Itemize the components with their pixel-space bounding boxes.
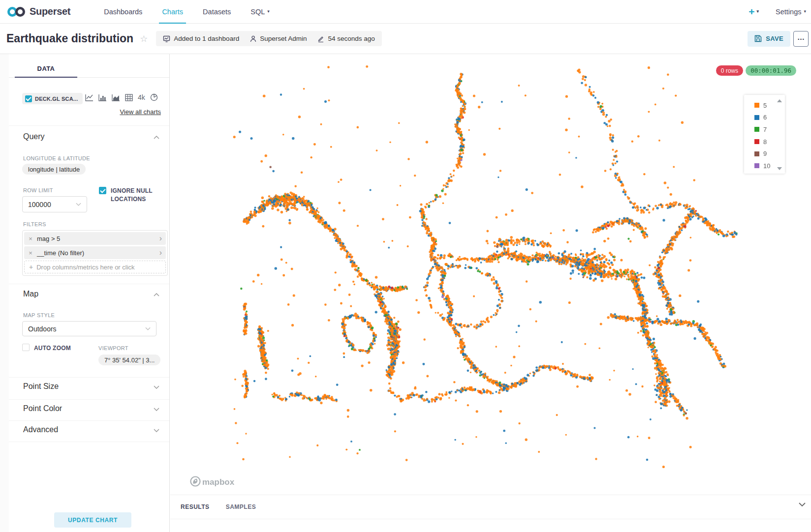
divider bbox=[9, 399, 169, 400]
ignore-null-label: IGNORE NULL LOCATIONS bbox=[111, 187, 159, 204]
more-actions-button[interactable]: … bbox=[793, 31, 809, 47]
auto-zoom-checkbox-row[interactable]: AUTO ZOOM bbox=[22, 344, 71, 352]
remove-filter-icon[interactable]: × bbox=[24, 235, 37, 242]
legend-item: 7 bbox=[754, 123, 782, 136]
row-limit-select[interactable]: 100000 bbox=[22, 196, 87, 212]
chart-area: 0 rows 00:00:01.96 5 6 7 8 bbox=[170, 54, 811, 532]
legend-scroll-down-icon[interactable] bbox=[777, 167, 782, 170]
legend-item: 9 bbox=[754, 148, 782, 160]
area-chart-icon[interactable] bbox=[112, 94, 120, 101]
viz-alternatives: 4k bbox=[85, 93, 158, 101]
map-region[interactable]: 0 rows 00:00:01.96 5 6 7 8 bbox=[170, 54, 811, 495]
divider bbox=[9, 442, 169, 442]
divider bbox=[9, 420, 169, 421]
filter-chip[interactable]: × mag > 5 › bbox=[24, 232, 166, 245]
remove-filter-icon[interactable]: × bbox=[24, 249, 37, 257]
chevron-up-icon[interactable] bbox=[154, 293, 159, 296]
legend-swatch bbox=[754, 151, 759, 156]
nav-item-dashboards[interactable]: Dashboards bbox=[94, 0, 152, 24]
nav-item-datasets[interactable]: Datasets bbox=[193, 0, 241, 24]
lonlat-chip[interactable]: longitude | latitude bbox=[22, 164, 86, 175]
chevron-down-icon[interactable] bbox=[154, 385, 159, 389]
ignore-null-checkbox[interactable] bbox=[99, 187, 106, 194]
results-pane: RESULTS SAMPLES bbox=[170, 495, 811, 532]
divider bbox=[9, 125, 169, 126]
map-style-select[interactable]: Outdoors bbox=[22, 321, 156, 336]
caret-down-icon: ▾ bbox=[757, 9, 759, 14]
new-item-button[interactable]: +▾ bbox=[749, 6, 759, 18]
auto-zoom-label: AUTO ZOOM bbox=[34, 344, 71, 352]
legend-swatch bbox=[754, 127, 759, 132]
nav-items: Dashboards Charts Datasets SQL▾ bbox=[94, 0, 280, 24]
chevron-down-icon[interactable] bbox=[154, 429, 159, 432]
point-color-section-header[interactable]: Point Color bbox=[23, 404, 62, 413]
dashboard-count-badge[interactable]: Added to 1 dashboard bbox=[163, 35, 239, 42]
header-actions: SAVE … bbox=[748, 31, 809, 47]
viz-type-checkbox bbox=[25, 95, 32, 102]
query-section-header[interactable]: Query bbox=[23, 132, 45, 141]
caret-down-icon: ▾ bbox=[804, 9, 806, 14]
viz-4k-label[interactable]: 4k bbox=[138, 93, 145, 101]
query-timer-badge: 00:00:01.96 bbox=[746, 65, 796, 76]
filter-drop-zone[interactable]: + Drop columns/metrics here or click bbox=[24, 261, 166, 273]
bar-chart-icon[interactable] bbox=[98, 94, 107, 101]
tab-samples[interactable]: SAMPLES bbox=[226, 503, 256, 510]
save-button[interactable]: SAVE bbox=[748, 31, 790, 47]
favorite-star-icon[interactable]: ☆ bbox=[140, 33, 148, 44]
brand-name: Superset bbox=[30, 6, 70, 17]
svg-text:mapbox: mapbox bbox=[202, 477, 235, 487]
filter-chip[interactable]: × __time (No filter) › bbox=[24, 246, 166, 259]
legend-swatch bbox=[754, 163, 759, 168]
chart-meta-group: Added to 1 dashboard Superset Admin 54 s… bbox=[156, 31, 382, 46]
tab-results[interactable]: RESULTS bbox=[181, 503, 210, 510]
chevron-down-icon bbox=[145, 327, 151, 330]
map-style-label: MAP STYLE bbox=[23, 312, 55, 318]
chevron-right-icon[interactable]: › bbox=[159, 235, 162, 242]
mapbox-attribution[interactable]: mapbox bbox=[189, 475, 245, 488]
legend-scroll-up-icon[interactable] bbox=[777, 99, 782, 102]
legend-item: 8 bbox=[754, 136, 782, 148]
auto-zoom-checkbox[interactable] bbox=[22, 344, 30, 351]
legend-swatch bbox=[754, 139, 759, 144]
filters-box: × mag > 5 › × __time (No filter) › + Dro… bbox=[22, 230, 168, 276]
left-rail bbox=[0, 54, 9, 532]
ignore-null-checkbox-row[interactable]: IGNORE NULL LOCATIONS bbox=[99, 187, 159, 204]
chart-header: Earthquake distribution ☆ Added to 1 das… bbox=[0, 24, 811, 54]
superset-explore-app: Superset Dashboards Charts Datasets SQL▾… bbox=[0, 0, 811, 532]
pencil-icon bbox=[317, 35, 324, 42]
scatter-map-canvas[interactable] bbox=[170, 54, 811, 495]
viz-type-chip[interactable]: DECK.GL SCA... bbox=[22, 93, 83, 104]
filters-label: FILTERS bbox=[23, 221, 46, 227]
advanced-section-header[interactable]: Advanced bbox=[23, 425, 58, 434]
update-chart-button[interactable]: UPDATE CHART bbox=[54, 512, 131, 528]
line-chart-icon[interactable] bbox=[85, 94, 94, 101]
caret-down-icon: ▾ bbox=[267, 9, 270, 14]
dashboard-icon bbox=[163, 35, 170, 42]
pie-chart-icon[interactable] bbox=[150, 93, 158, 101]
chevron-right-icon[interactable]: › bbox=[159, 249, 162, 257]
viewport-label: VIEWPORT bbox=[98, 345, 128, 351]
viewport-chip[interactable]: 7° 35' 54.02" | 3... bbox=[98, 355, 160, 365]
last-modified-badge[interactable]: 54 seconds ago bbox=[317, 35, 374, 42]
navbar: Superset Dashboards Charts Datasets SQL▾… bbox=[0, 0, 811, 24]
settings-menu[interactable]: Settings▾ bbox=[776, 8, 806, 16]
legend-swatch bbox=[754, 115, 759, 120]
view-all-charts-link[interactable]: View all charts bbox=[120, 108, 161, 116]
row-count-badge: 0 rows bbox=[716, 65, 743, 76]
collapse-results-icon[interactable] bbox=[798, 502, 806, 507]
superset-logo[interactable]: Superset bbox=[7, 5, 70, 18]
chevron-up-icon[interactable] bbox=[154, 136, 159, 139]
map-section-header[interactable]: Map bbox=[23, 290, 38, 298]
plus-icon: + bbox=[29, 263, 33, 271]
nav-item-charts[interactable]: Charts bbox=[152, 0, 193, 24]
owner-badge[interactable]: Superset Admin bbox=[250, 35, 307, 42]
legend-swatch bbox=[754, 103, 759, 108]
navbar-right: +▾ Settings▾ bbox=[749, 6, 806, 18]
nav-item-sql[interactable]: SQL▾ bbox=[241, 0, 280, 24]
point-size-section-header[interactable]: Point Size bbox=[23, 382, 59, 391]
page-title: Earthquake distribution bbox=[6, 32, 133, 45]
chevron-down-icon[interactable] bbox=[154, 408, 159, 411]
tab-data[interactable]: DATA bbox=[15, 60, 77, 78]
table-icon[interactable] bbox=[125, 94, 133, 101]
lonlat-label: LONGITUDE & LATITUDE bbox=[23, 155, 90, 161]
